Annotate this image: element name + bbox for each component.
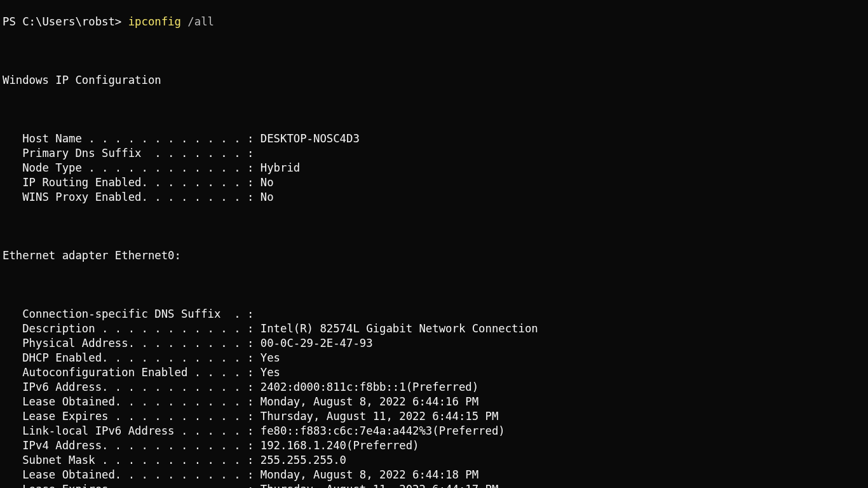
prompt-prefix: PS C:\Users\robst> — [3, 15, 121, 28]
global-row: WINS Proxy Enabled. . . . . . . . : No — [3, 190, 865, 205]
adapter-row: Lease Obtained. . . . . . . . . . : Mond… — [3, 395, 865, 409]
adapter-row: DHCP Enabled. . . . . . . . . . . : Yes — [3, 351, 865, 365]
adapter-value: Intel(R) 82574L Gigabit Network Connecti… — [254, 322, 538, 335]
adapter-value: 192.168.1.240(Preferred) — [254, 439, 419, 452]
command-args: /all — [187, 15, 214, 28]
global-label: WINS Proxy Enabled. . . . . . . . : — [3, 191, 254, 203]
adapter-row: Link-local IPv6 Address . . . . . : fe80… — [3, 424, 865, 438]
blank-line — [3, 102, 865, 117]
global-value: DESKTOP-NOSC4D3 — [254, 132, 359, 145]
adapter-row: Description . . . . . . . . . . . : Inte… — [3, 322, 865, 336]
global-row: Node Type . . . . . . . . . . . . : Hybr… — [3, 161, 865, 175]
adapter-value: Yes — [254, 351, 280, 364]
global-row: IP Routing Enabled. . . . . . . . : No — [3, 175, 865, 190]
terminal-output[interactable]: PS C:\Users\robst> ipconfig /all Windows… — [0, 0, 868, 488]
adapter-value: 255.255.255.0 — [254, 454, 346, 466]
adapter-label: IPv6 Address. . . . . . . . . . . : — [3, 381, 254, 393]
adapter-value: Monday, August 8, 2022 6:44:18 PM — [254, 468, 478, 481]
adapter-label: Lease Expires . . . . . . . . . . : — [3, 410, 254, 423]
adapter-label: Subnet Mask . . . . . . . . . . . : — [3, 454, 254, 466]
adapter-label: Lease Expires . . . . . . . . . . : — [3, 483, 254, 488]
adapter-label: Connection-specific DNS Suffix . : — [3, 308, 254, 320]
adapter-value: Monday, August 8, 2022 6:44:16 PM — [254, 395, 478, 408]
adapter-label: Lease Obtained. . . . . . . . . . : — [3, 395, 254, 408]
adapter-label: DHCP Enabled. . . . . . . . . . . : — [3, 351, 254, 364]
global-label: IP Routing Enabled. . . . . . . . : — [3, 176, 254, 189]
adapter-row: IPv6 Address. . . . . . . . . . . : 2402… — [3, 380, 865, 395]
command-name: ipconfig — [128, 15, 181, 28]
section-header-adapter: Ethernet adapter Ethernet0: — [3, 248, 865, 263]
blank-line — [3, 219, 865, 234]
adapter-label: Lease Obtained. . . . . . . . . . : — [3, 468, 254, 481]
adapter-value: fe80::f883:c6c:7e4a:a442%3(Preferred) — [254, 424, 505, 437]
adapter-row: Lease Obtained. . . . . . . . . . : Mond… — [3, 468, 865, 482]
prompt-line: PS C:\Users\robst> ipconfig /all — [3, 15, 865, 29]
global-value: No — [254, 191, 273, 203]
adapter-label: IPv4 Address. . . . . . . . . . . : — [3, 439, 254, 452]
adapter-label: Link-local IPv6 Address . . . . . : — [3, 424, 254, 437]
adapter-row: Autoconfiguration Enabled . . . . : Yes — [3, 365, 865, 380]
adapter-label: Description . . . . . . . . . . . : — [3, 322, 254, 335]
adapter-row: Lease Expires . . . . . . . . . . : Thur… — [3, 409, 865, 424]
adapter-row: Physical Address. . . . . . . . . : 00-0… — [3, 336, 865, 351]
adapter-value: Yes — [254, 366, 280, 379]
global-value: Hybrid — [254, 161, 300, 174]
adapter-value: 00-0C-29-2E-47-93 — [254, 337, 372, 349]
adapter-row: IPv4 Address. . . . . . . . . . . : 192.… — [3, 438, 865, 453]
adapter-label: Physical Address. . . . . . . . . : — [3, 337, 254, 349]
global-label: Primary Dns Suffix . . . . . . . : — [3, 147, 254, 159]
adapter-row: Connection-specific DNS Suffix . : — [3, 307, 865, 322]
global-row: Primary Dns Suffix . . . . . . . : — [3, 146, 865, 161]
global-label: Host Name . . . . . . . . . . . . : — [3, 132, 254, 145]
blank-line — [3, 278, 865, 292]
adapter-value: Thursday, August 11, 2022 6:44:17 PM — [254, 483, 498, 488]
adapter-row: Subnet Mask . . . . . . . . . . . : 255.… — [3, 453, 865, 468]
global-row: Host Name . . . . . . . . . . . . : DESK… — [3, 132, 865, 146]
adapter-value: Thursday, August 11, 2022 6:44:15 PM — [254, 410, 498, 423]
global-label: Node Type . . . . . . . . . . . . : — [3, 161, 254, 174]
section-header-global: Windows IP Configuration — [3, 73, 865, 88]
adapter-value: 2402:d000:811c:f8bb::1(Preferred) — [254, 381, 478, 393]
adapter-row: Lease Expires . . . . . . . . . . : Thur… — [3, 482, 865, 488]
global-value: No — [254, 176, 273, 189]
blank-line — [3, 44, 865, 58]
adapter-label: Autoconfiguration Enabled . . . . : — [3, 366, 254, 379]
